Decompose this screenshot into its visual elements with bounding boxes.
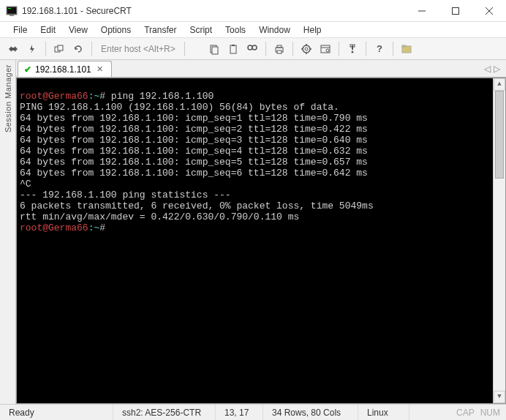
menu-script[interactable]: Script bbox=[184, 23, 218, 37]
status-os: Linux bbox=[358, 405, 409, 420]
terminal-line: 64 bytes from 192.168.1.100: icmp_seq=6 … bbox=[20, 168, 368, 179]
toolbar-separator bbox=[292, 42, 293, 56]
terminal-line: # ping 192.168.1.100 bbox=[99, 91, 214, 102]
toolbar-separator bbox=[91, 42, 92, 56]
toolbar: Enter host <Alt+R> ? bbox=[0, 38, 506, 60]
tab-label: 192.168.1.101 bbox=[35, 64, 91, 75]
prompt-end: # bbox=[99, 222, 105, 233]
terminal-line: 64 bytes from 192.168.1.100: icmp_seq=4 … bbox=[20, 146, 368, 157]
window-controls bbox=[405, 0, 506, 22]
status-ready: Ready bbox=[0, 405, 113, 420]
terminal-line: --- 192.168.1.100 ping statistics --- bbox=[20, 190, 231, 200]
terminal-line: PING 192.168.1.100 (192.168.1.100) 56(84… bbox=[20, 102, 339, 113]
toolbar-separator bbox=[339, 42, 339, 56]
tab-bar: ✔ 192.168.1.101 ✕ ◁ ▷ bbox=[16, 60, 506, 78]
svg-rect-11 bbox=[212, 47, 218, 54]
print-icon[interactable] bbox=[271, 40, 288, 58]
status-numlock: NUM bbox=[477, 405, 506, 420]
toolbar-separator bbox=[366, 42, 366, 56]
terminal-line: 64 bytes from 192.168.1.100: icmp_seq=1 … bbox=[20, 113, 368, 124]
paste-icon[interactable] bbox=[224, 40, 242, 58]
menu-tools[interactable]: Tools bbox=[219, 23, 252, 37]
session-options-icon[interactable] bbox=[317, 40, 334, 58]
toolbar-separator bbox=[184, 42, 185, 56]
prompt-user: root@Germa66 bbox=[20, 91, 88, 102]
terminal-line: 64 bytes from 192.168.1.100: icmp_seq=5 … bbox=[20, 157, 368, 168]
reconnect-all-icon[interactable] bbox=[69, 40, 87, 58]
svg-rect-5 bbox=[453, 7, 459, 14]
session-manager-sidebar[interactable]: Session Manager bbox=[0, 60, 16, 404]
menu-window[interactable]: Window bbox=[253, 23, 296, 37]
settings-icon[interactable] bbox=[298, 40, 315, 58]
toolbar-separator bbox=[45, 42, 46, 56]
svg-rect-13 bbox=[232, 45, 235, 46]
svg-point-28 bbox=[326, 49, 329, 52]
svg-rect-3 bbox=[10, 15, 14, 16]
connected-check-icon: ✔ bbox=[24, 64, 31, 75]
terminal-line: rtt min/avg/max/mdev = 0.422/0.630/0.790… bbox=[20, 211, 299, 222]
status-connection: ssh2: AES-256-CTR bbox=[113, 405, 216, 420]
reconnect-icon[interactable] bbox=[50, 40, 68, 58]
svg-point-14 bbox=[248, 45, 252, 50]
titlebar: 192.168.1.101 - SecureCRT bbox=[0, 0, 506, 22]
menu-view[interactable]: View bbox=[63, 23, 94, 37]
tab-next-icon[interactable]: ▷ bbox=[494, 64, 500, 74]
prompt-user: root@Germa66 bbox=[20, 222, 88, 233]
svg-rect-12 bbox=[230, 45, 236, 53]
tab-nav: ◁ ▷ bbox=[484, 61, 506, 77]
scroll-down-icon[interactable]: ▼ bbox=[494, 391, 505, 403]
svg-point-20 bbox=[303, 45, 310, 53]
menu-help[interactable]: Help bbox=[298, 23, 328, 37]
tab-close-icon[interactable]: ✕ bbox=[95, 64, 105, 75]
maximize-button[interactable] bbox=[439, 0, 472, 22]
svg-point-30 bbox=[351, 50, 353, 53]
terminal-line: 6 packets transmitted, 6 received, 0% pa… bbox=[20, 200, 374, 211]
scroll-up-icon[interactable]: ▲ bbox=[494, 78, 505, 91]
toolbar-separator bbox=[393, 42, 393, 56]
window-title: 192.168.1.101 - SecureCRT bbox=[22, 6, 405, 16]
copy-icon[interactable] bbox=[205, 40, 223, 58]
find-icon[interactable] bbox=[243, 40, 261, 58]
menu-transfer[interactable]: Transfer bbox=[138, 23, 182, 37]
status-dimensions: 34 Rows, 80 Cols bbox=[263, 405, 358, 420]
menubar: File Edit View Options Transfer Script T… bbox=[0, 22, 506, 38]
prompt-sep: :~ bbox=[88, 91, 100, 102]
svg-rect-9 bbox=[58, 45, 63, 50]
content-area: ✔ 192.168.1.101 ✕ ◁ ▷ root@Germa66:~# pi… bbox=[16, 60, 506, 404]
session-tab[interactable]: ✔ 192.168.1.101 ✕ bbox=[18, 61, 112, 77]
toggle-icon[interactable] bbox=[344, 40, 361, 58]
svg-rect-34 bbox=[402, 45, 406, 47]
menu-options[interactable]: Options bbox=[95, 23, 137, 37]
svg-rect-19 bbox=[277, 50, 282, 53]
terminal[interactable]: root@Germa66:~# ping 192.168.1.100 PING … bbox=[16, 78, 506, 404]
svg-point-21 bbox=[305, 48, 308, 50]
svg-point-15 bbox=[252, 45, 257, 50]
status-cursor-position: 13, 17 bbox=[216, 405, 263, 420]
help-icon[interactable]: ? bbox=[371, 40, 388, 58]
status-capslock: CAP bbox=[448, 405, 477, 420]
securefx-icon[interactable] bbox=[398, 40, 415, 58]
svg-text:?: ? bbox=[377, 43, 382, 54]
menu-file[interactable]: File bbox=[7, 23, 33, 37]
terminal-line: 64 bytes from 192.168.1.100: icmp_seq=3 … bbox=[20, 135, 368, 146]
prompt-sep: :~ bbox=[88, 222, 100, 233]
toolbar-separator bbox=[265, 42, 266, 56]
enter-host-field[interactable]: Enter host <Alt+R> bbox=[97, 44, 180, 54]
quick-connect-icon[interactable] bbox=[23, 40, 41, 58]
terminal-scrollbar[interactable]: ▲ ▼ bbox=[493, 78, 505, 403]
connect-icon[interactable] bbox=[4, 40, 22, 58]
terminal-line: 64 bytes from 192.168.1.100: icmp_seq=2 … bbox=[20, 124, 368, 135]
terminal-line: ^C bbox=[20, 179, 31, 190]
sidebar-label: Session Manager bbox=[4, 64, 12, 132]
menu-edit[interactable]: Edit bbox=[34, 23, 61, 37]
svg-rect-2 bbox=[8, 8, 11, 9]
statusbar: Ready ssh2: AES-256-CTR 13, 17 34 Rows, … bbox=[0, 404, 506, 420]
app-icon bbox=[6, 5, 18, 17]
main-area: Session Manager ✔ 192.168.1.101 ✕ ◁ ▷ ro… bbox=[0, 60, 506, 404]
minimize-button[interactable] bbox=[405, 0, 439, 22]
svg-rect-18 bbox=[277, 45, 282, 48]
scrollbar-thumb[interactable] bbox=[495, 91, 504, 179]
close-button[interactable] bbox=[472, 0, 506, 22]
tab-prev-icon[interactable]: ◁ bbox=[484, 64, 491, 74]
